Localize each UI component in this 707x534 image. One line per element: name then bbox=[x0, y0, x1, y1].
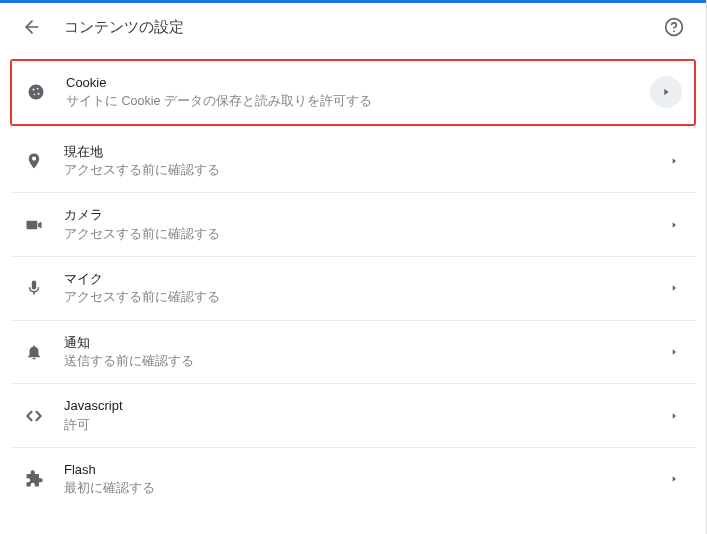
camera-icon bbox=[22, 213, 46, 237]
plugin-icon bbox=[22, 467, 46, 491]
setting-item-subtitle: 送信する前に確認する bbox=[64, 353, 646, 371]
svg-point-7 bbox=[34, 94, 36, 96]
svg-marker-11 bbox=[673, 286, 676, 291]
setting-item-cookie-card: Cookie サイトに Cookie データの保存と読み取りを許可する bbox=[10, 59, 696, 126]
svg-point-5 bbox=[37, 88, 39, 90]
svg-marker-8 bbox=[664, 89, 668, 96]
bell-icon bbox=[22, 340, 46, 364]
svg-marker-10 bbox=[673, 222, 676, 227]
setting-item-title: Flash bbox=[64, 461, 646, 479]
setting-item-text: マイク アクセスする前に確認する bbox=[64, 270, 646, 307]
code-icon bbox=[22, 404, 46, 428]
chevron-right-icon bbox=[664, 469, 684, 489]
cookie-icon bbox=[24, 80, 48, 104]
chevron-right-icon bbox=[650, 76, 682, 108]
setting-item-subtitle: アクセスする前に確認する bbox=[64, 162, 646, 180]
location-icon bbox=[22, 149, 46, 173]
chevron-right-icon bbox=[664, 406, 684, 426]
help-button[interactable] bbox=[662, 15, 686, 39]
chevron-right-icon bbox=[664, 151, 684, 171]
chevron-right-icon bbox=[664, 342, 684, 362]
svg-marker-14 bbox=[673, 477, 676, 482]
setting-item-text: Javascript 許可 bbox=[64, 397, 646, 434]
header: コンテンツの設定 bbox=[0, 3, 706, 51]
back-button[interactable] bbox=[20, 15, 44, 39]
setting-item-title: マイク bbox=[64, 270, 646, 288]
setting-item-javascript[interactable]: Javascript 許可 bbox=[10, 384, 696, 448]
arrow-left-icon bbox=[22, 17, 42, 37]
setting-item-title: カメラ bbox=[64, 206, 646, 224]
setting-item-text: 通知 送信する前に確認する bbox=[64, 334, 646, 371]
svg-point-3 bbox=[29, 85, 44, 100]
help-circle-icon bbox=[664, 17, 684, 37]
svg-point-4 bbox=[33, 89, 35, 91]
setting-item-subtitle: 最初に確認する bbox=[64, 480, 646, 498]
setting-item-text: Cookie サイトに Cookie データの保存と読み取りを許可する bbox=[66, 74, 632, 111]
setting-item-text: 現在地 アクセスする前に確認する bbox=[64, 143, 646, 180]
setting-item-text: カメラ アクセスする前に確認する bbox=[64, 206, 646, 243]
setting-item-subtitle: 許可 bbox=[64, 417, 646, 435]
setting-item-text: Flash 最初に確認する bbox=[64, 461, 646, 498]
svg-point-6 bbox=[38, 93, 40, 95]
setting-item-subtitle: アクセスする前に確認する bbox=[64, 289, 646, 307]
setting-item-subtitle: アクセスする前に確認する bbox=[64, 226, 646, 244]
setting-item-title: 通知 bbox=[64, 334, 646, 352]
setting-item-notifications[interactable]: 通知 送信する前に確認する bbox=[10, 321, 696, 385]
mic-icon bbox=[22, 276, 46, 300]
setting-item-mic[interactable]: マイク アクセスする前に確認する bbox=[10, 257, 696, 321]
setting-item-location[interactable]: 現在地 アクセスする前に確認する bbox=[10, 130, 696, 194]
setting-item-camera[interactable]: カメラ アクセスする前に確認する bbox=[10, 193, 696, 257]
setting-item-subtitle: サイトに Cookie データの保存と読み取りを許可する bbox=[66, 93, 632, 111]
svg-marker-12 bbox=[673, 349, 676, 354]
setting-item-title: 現在地 bbox=[64, 143, 646, 161]
setting-item-cookie[interactable]: Cookie サイトに Cookie データの保存と読み取りを許可する bbox=[12, 61, 694, 124]
setting-item-title: Cookie bbox=[66, 74, 632, 92]
chevron-right-icon bbox=[664, 278, 684, 298]
svg-marker-9 bbox=[673, 158, 676, 163]
chevron-right-icon bbox=[664, 215, 684, 235]
content-list: Cookie サイトに Cookie データの保存と読み取りを許可する 現在地 … bbox=[0, 51, 706, 511]
setting-item-title: Javascript bbox=[64, 397, 646, 415]
page-title: コンテンツの設定 bbox=[64, 18, 642, 37]
setting-item-flash[interactable]: Flash 最初に確認する bbox=[10, 448, 696, 511]
svg-marker-13 bbox=[673, 413, 676, 418]
